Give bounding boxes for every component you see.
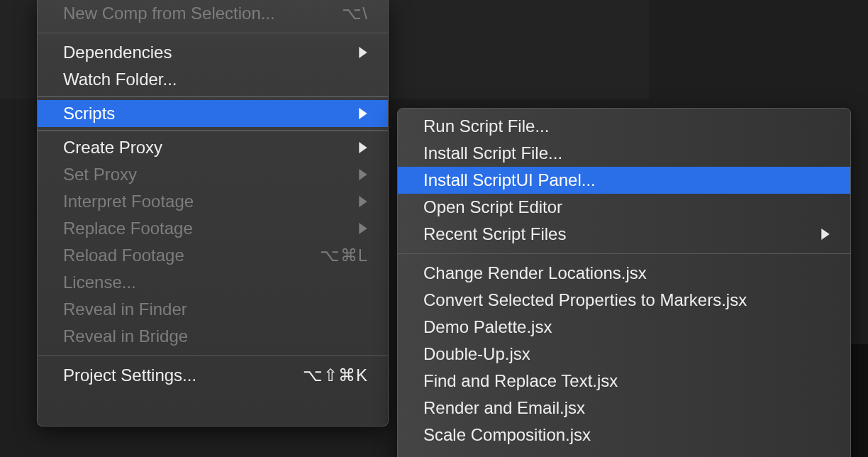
menu-item-label: Scripts [63, 104, 115, 123]
menu-item-label: Run Script File... [423, 116, 549, 136]
menu-item-label: Create Proxy [63, 138, 162, 158]
svg-marker-2 [359, 142, 367, 153]
submenu-item-install-script-file[interactable]: Install Script File... [398, 140, 850, 167]
menu-separator [38, 356, 388, 356]
menu-separator [38, 130, 388, 131]
svg-marker-1 [359, 108, 367, 119]
menu-item-scripts[interactable]: Scripts [38, 100, 388, 127]
submenu-script-list-item[interactable]: Find and Replace Text.jsx [398, 368, 850, 395]
menu-item-label: Reload Footage [63, 246, 184, 265]
menu-separator [38, 96, 388, 97]
svg-marker-4 [359, 196, 367, 207]
submenu-item-open-script-editor[interactable]: Open Script Editor [398, 194, 850, 221]
menu-item-replace-footage: Replace Footage [38, 215, 388, 242]
menu-item-label: License... [63, 272, 136, 292]
menu-item-interpret-footage: Interpret Footage [38, 188, 388, 215]
submenu-arrow-icon [358, 107, 368, 120]
menu-item-label: Scale Composition.jsx [423, 425, 591, 445]
main-context-menu: New Comp from Selection... ⌥\ Dependenci… [37, 0, 389, 426]
menu-item-label: Find and Replace Text.jsx [423, 371, 618, 391]
menu-item-label: Interpret Footage [63, 192, 194, 211]
menu-item-label: Demo Palette.jsx [423, 317, 552, 337]
menu-separator [38, 33, 388, 33]
submenu-arrow-icon [358, 46, 368, 59]
menu-item-label: Set Proxy [63, 165, 137, 185]
menu-item-reveal-in-bridge: Reveal in Bridge [38, 323, 388, 350]
menu-item-dependencies[interactable]: Dependencies [38, 39, 388, 66]
menu-item-label: Recent Script Files [423, 224, 566, 244]
menu-item-watch-folder[interactable]: Watch Folder... [38, 66, 388, 93]
menu-item-license: License... [38, 269, 388, 296]
menu-item-label: Watch Folder... [63, 70, 177, 89]
svg-marker-3 [359, 169, 367, 180]
menu-item-label: Double-Up.jsx [423, 344, 530, 364]
submenu-script-list-item[interactable]: Demo Palette.jsx [398, 314, 850, 341]
menu-item-label: Change Render Locations.jsx [423, 263, 647, 283]
menu-item-label: Render and Email.jsx [423, 398, 585, 418]
submenu-arrow-icon [820, 228, 830, 241]
menu-item-reload-footage: Reload Footage ⌥⌘L [38, 242, 388, 269]
submenu-item-install-scriptui-panel[interactable]: Install ScriptUI Panel... [398, 167, 850, 194]
scripts-submenu: Run Script File... Install Script File..… [397, 108, 851, 457]
menu-item-label: Install ScriptUI Panel... [423, 170, 596, 190]
submenu-script-list-item[interactable]: Double-Up.jsx [398, 341, 850, 368]
menu-item-shortcut: ⌥⌘L [320, 246, 368, 265]
submenu-arrow-icon [358, 222, 368, 235]
menu-item-label: Replace Footage [63, 219, 193, 238]
menu-item-label: Install Script File... [423, 143, 562, 163]
submenu-script-list-item[interactable]: Scale Composition.jsx [398, 422, 850, 448]
menu-item-label: Convert Selected Properties to Markers.j… [423, 290, 747, 310]
submenu-script-list-item[interactable]: Render and Email.jsx [398, 395, 850, 422]
menu-item-label: Reveal in Finder [63, 299, 187, 319]
menu-item-set-proxy: Set Proxy [38, 161, 388, 188]
svg-marker-6 [821, 228, 829, 240]
menu-item-shortcut: ⌥⇧⌘K [303, 365, 368, 385]
menu-item-label: Dependencies [63, 43, 172, 62]
menu-item-label: Open Script Editor [423, 197, 562, 217]
svg-marker-0 [359, 47, 367, 58]
menu-item-create-proxy[interactable]: Create Proxy [38, 134, 388, 161]
menu-item-label: New Comp from Selection... [63, 4, 275, 23]
svg-marker-5 [359, 223, 367, 234]
submenu-arrow-icon [358, 141, 368, 154]
menu-item-label: Reveal in Bridge [63, 326, 188, 346]
menu-item-shortcut: ⌥\ [342, 4, 368, 23]
submenu-item-recent-script-files[interactable]: Recent Script Files [398, 221, 850, 248]
submenu-script-list-item[interactable]: Change Render Locations.jsx [398, 260, 850, 287]
menu-item-new-comp-from-selection: New Comp from Selection... ⌥\ [38, 0, 388, 27]
menu-separator [398, 253, 850, 254]
submenu-arrow-icon [358, 168, 368, 181]
submenu-item-run-script-file[interactable]: Run Script File... [398, 113, 850, 140]
menu-item-project-settings[interactable]: Project Settings... ⌥⇧⌘K [38, 362, 388, 389]
submenu-script-list-item[interactable]: Convert Selected Properties to Markers.j… [398, 287, 850, 314]
submenu-arrow-icon [358, 195, 368, 208]
menu-item-label: Project Settings... [63, 365, 196, 385]
menu-item-reveal-in-finder: Reveal in Finder [38, 296, 388, 323]
